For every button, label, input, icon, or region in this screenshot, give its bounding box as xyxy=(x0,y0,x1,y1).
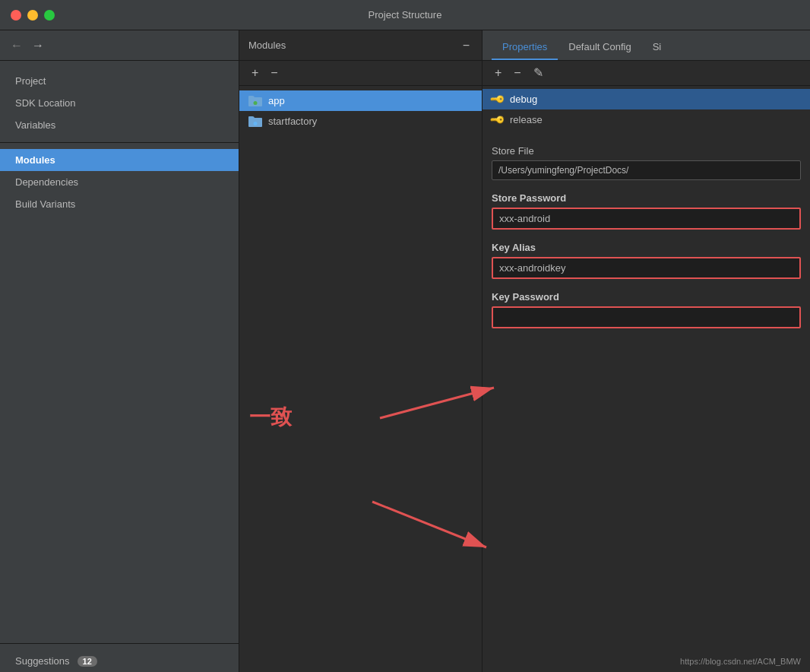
modules-minimize-button[interactable]: − xyxy=(460,38,473,53)
right-tabs: Properties Default Config Si xyxy=(483,30,810,61)
minimize-button[interactable] xyxy=(27,10,38,21)
signing-item-debug[interactable]: 🔑 debug xyxy=(483,89,810,109)
key-password-label: Key Password xyxy=(492,291,801,303)
key-icon-debug: 🔑 xyxy=(489,91,506,108)
store-password-group: Store Password xyxy=(492,192,801,230)
suggestions-badge: 12 xyxy=(78,656,97,667)
key-password-group: Key Password xyxy=(492,291,801,328)
signing-toolbar: + − ✎ xyxy=(483,61,810,86)
sidebar-menu: Project SDK Location Variables Modules D… xyxy=(0,61,239,637)
sidebar-item-variables[interactable]: Variables xyxy=(0,114,239,136)
key-password-input[interactable] xyxy=(492,306,801,328)
right-panel: Properties Default Config Si + − ✎ 🔑 deb… xyxy=(483,30,810,672)
modules-toolbar: + − xyxy=(239,61,482,86)
close-button[interactable] xyxy=(11,10,21,21)
sidebar-item-project[interactable]: Project xyxy=(0,70,239,92)
signing-edit-button[interactable]: ✎ xyxy=(530,65,546,81)
modules-list: app startfactory xyxy=(239,86,482,672)
store-file-label: Store File xyxy=(492,145,801,157)
signing-add-button[interactable]: + xyxy=(492,65,505,81)
module-item-startfactory[interactable]: startfactory xyxy=(239,111,482,132)
form-area: Store File /Users/yumingfeng/ProjectDocs… xyxy=(483,133,810,672)
window-title: Project Structure xyxy=(369,9,442,21)
titlebar-buttons xyxy=(11,10,55,21)
back-arrow-icon[interactable]: ← xyxy=(11,39,23,52)
titlebar: Project Structure xyxy=(0,0,810,30)
forward-arrow-icon[interactable]: → xyxy=(32,39,44,52)
sidebar: ← → Project SDK Location Variables Modul… xyxy=(0,30,239,672)
store-file-group: Store File /Users/yumingfeng/ProjectDocs… xyxy=(492,145,801,180)
folder-icon-app xyxy=(248,96,262,106)
sidebar-item-dependencies[interactable]: Dependencies xyxy=(0,171,239,193)
key-alias-group: Key Alias xyxy=(492,242,801,279)
app-status-dot xyxy=(254,101,258,105)
tab-signing[interactable]: Si xyxy=(642,35,672,60)
modules-panel: Modules − + − app startfactory xyxy=(239,30,483,672)
key-icon-release: 🔑 xyxy=(489,112,506,128)
signing-item-release[interactable]: 🔑 release xyxy=(483,109,810,130)
sidebar-suggestions[interactable]: Suggestions 12 xyxy=(0,650,239,672)
module-label-startfactory: startfactory xyxy=(268,116,317,127)
modules-title: Modules xyxy=(248,40,286,51)
signing-remove-button[interactable]: − xyxy=(511,65,524,81)
key-alias-label: Key Alias xyxy=(492,242,801,253)
signing-label-debug: debug xyxy=(510,94,537,105)
watermark: https://blog.csdn.net/ACM_BMW xyxy=(680,657,801,666)
sidebar-item-build-variants[interactable]: Build Variants xyxy=(0,193,239,215)
sidebar-item-modules[interactable]: Modules xyxy=(0,149,239,171)
modules-controls: − xyxy=(460,38,473,53)
store-file-value: /Users/yumingfeng/ProjectDocs/ xyxy=(492,160,801,180)
signing-label-release: release xyxy=(510,114,543,125)
sidebar-item-sdk-location[interactable]: SDK Location xyxy=(0,92,239,114)
module-item-app[interactable]: app xyxy=(239,90,482,111)
modules-add-button[interactable]: + xyxy=(248,65,261,81)
store-password-label: Store Password xyxy=(492,192,801,204)
main-layout: ← → Project SDK Location Variables Modul… xyxy=(0,30,810,672)
modules-remove-button[interactable]: − xyxy=(267,65,280,81)
folder-icon-startfactory xyxy=(248,116,262,127)
startfactory-status-dot xyxy=(254,122,258,125)
sidebar-divider xyxy=(0,142,239,143)
signing-list: 🔑 debug 🔑 release xyxy=(483,86,810,133)
sidebar-bottom-divider xyxy=(0,643,239,644)
tab-default-config[interactable]: Default Config xyxy=(558,35,641,60)
tab-properties[interactable]: Properties xyxy=(492,35,558,60)
module-label-app: app xyxy=(268,95,285,106)
sidebar-navbar: ← → xyxy=(0,30,239,61)
store-password-input[interactable] xyxy=(492,208,801,230)
modules-header: Modules − xyxy=(239,30,482,61)
key-alias-input[interactable] xyxy=(492,257,801,279)
maximize-button[interactable] xyxy=(44,10,55,21)
